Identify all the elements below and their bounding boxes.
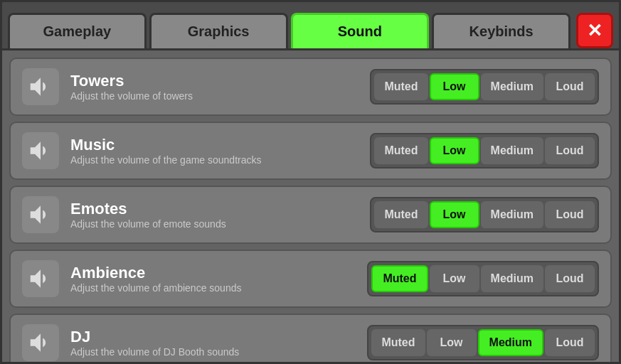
- towers-icon: [22, 68, 59, 105]
- towers-info: Towers Adjust the volume of towers: [70, 72, 359, 102]
- emotes-desc: Adjust the volume of emote sounds: [70, 218, 359, 230]
- towers-desc: Adjust the volume of towers: [70, 90, 359, 102]
- emotes-medium-btn[interactable]: Medium: [481, 201, 543, 228]
- towers-low-btn[interactable]: Low: [430, 73, 479, 100]
- emotes-icon: [22, 196, 59, 233]
- dj-row: DJ Adjust the volume of DJ Booth sounds …: [9, 314, 612, 362]
- music-muted-btn[interactable]: Muted: [374, 137, 428, 164]
- dj-volume-controls: Muted Low Medium Loud: [367, 325, 599, 360]
- music-info: Music Adjust the volume of the game soun…: [70, 136, 359, 166]
- music-name: Music: [70, 136, 359, 154]
- dj-desc: Adjust the volume of DJ Booth sounds: [70, 346, 356, 358]
- music-low-btn[interactable]: Low: [430, 137, 479, 164]
- emotes-loud-btn[interactable]: Loud: [545, 201, 595, 228]
- ambience-volume-controls: Muted Low Medium Loud: [367, 261, 599, 296]
- ambience-muted-btn[interactable]: Muted: [371, 265, 428, 292]
- settings-panel: Gameplay Graphics Sound Keybinds ✕ Tower…: [0, 0, 621, 364]
- music-desc: Adjust the volume of the game soundtrack…: [70, 154, 359, 166]
- tab-bar: Gameplay Graphics Sound Keybinds ✕: [2, 2, 619, 50]
- music-volume-controls: Muted Low Medium Loud: [370, 133, 599, 168]
- ambience-name: Ambience: [70, 264, 356, 282]
- dj-name: DJ: [70, 328, 356, 346]
- emotes-muted-btn[interactable]: Muted: [374, 201, 428, 228]
- ambience-info: Ambience Adjust the volume of ambience s…: [70, 264, 356, 294]
- sound-content: Towers Adjust the volume of towers Muted…: [2, 50, 619, 362]
- emotes-info: Emotes Adjust the volume of emote sounds: [70, 200, 359, 230]
- towers-muted-btn[interactable]: Muted: [374, 73, 428, 100]
- ambience-loud-btn[interactable]: Loud: [545, 265, 595, 292]
- emotes-row: Emotes Adjust the volume of emote sounds…: [9, 186, 612, 244]
- ambience-desc: Adjust the volume of ambience sounds: [70, 282, 356, 294]
- ambience-icon: [22, 260, 59, 297]
- towers-name: Towers: [70, 72, 359, 90]
- ambience-medium-btn[interactable]: Medium: [481, 265, 543, 292]
- tab-sound[interactable]: Sound: [291, 13, 430, 48]
- music-medium-btn[interactable]: Medium: [481, 137, 543, 164]
- dj-low-btn[interactable]: Low: [427, 329, 477, 356]
- dj-loud-btn[interactable]: Loud: [545, 329, 595, 356]
- tab-keybinds[interactable]: Keybinds: [432, 13, 570, 48]
- towers-loud-btn[interactable]: Loud: [545, 73, 595, 100]
- music-row: Music Adjust the volume of the game soun…: [9, 122, 612, 180]
- music-loud-btn[interactable]: Loud: [545, 137, 595, 164]
- emotes-volume-controls: Muted Low Medium Loud: [370, 197, 599, 232]
- dj-muted-btn[interactable]: Muted: [371, 329, 425, 356]
- towers-medium-btn[interactable]: Medium: [481, 73, 543, 100]
- ambience-low-btn[interactable]: Low: [430, 265, 479, 292]
- tab-graphics[interactable]: Graphics: [149, 13, 288, 48]
- tab-gameplay[interactable]: Gameplay: [8, 13, 147, 48]
- ambience-row: Ambience Adjust the volume of ambience s…: [9, 250, 612, 308]
- dj-icon: [22, 324, 59, 361]
- towers-row: Towers Adjust the volume of towers Muted…: [9, 58, 612, 116]
- dj-medium-btn[interactable]: Medium: [478, 329, 543, 356]
- music-icon: [22, 132, 59, 169]
- towers-volume-controls: Muted Low Medium Loud: [370, 69, 599, 105]
- close-button[interactable]: ✕: [576, 13, 613, 48]
- emotes-low-btn[interactable]: Low: [430, 201, 479, 228]
- emotes-name: Emotes: [70, 200, 359, 218]
- dj-info: DJ Adjust the volume of DJ Booth sounds: [70, 328, 356, 358]
